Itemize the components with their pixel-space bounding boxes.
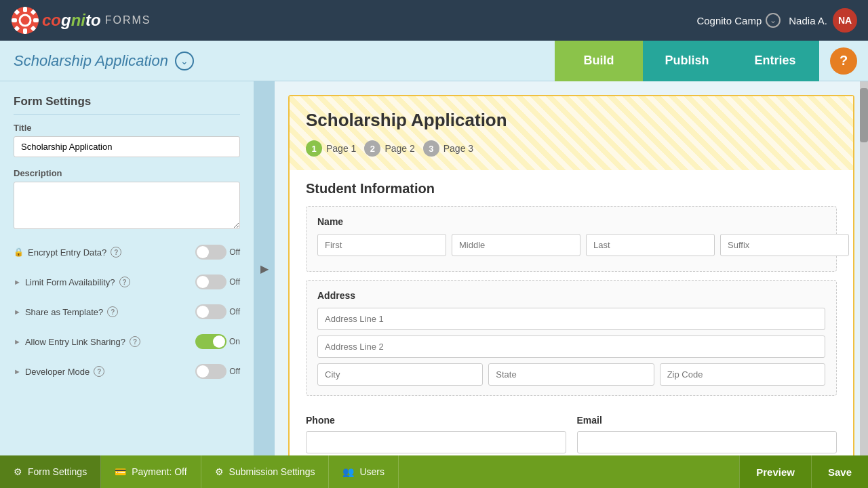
developer-expand-icon[interactable]: ► xyxy=(14,367,21,375)
logo-forms-text: FORMS xyxy=(105,14,151,26)
name-first-input[interactable] xyxy=(317,234,446,256)
avatar: NA xyxy=(833,8,857,33)
email-field: Email xyxy=(577,415,837,453)
help-button[interactable]: ? xyxy=(830,47,857,75)
address-line1-input[interactable] xyxy=(317,308,825,330)
top-navigation: cognito FORMS Cognito Camp ⌄ Nadia A. NA xyxy=(0,0,868,41)
phone-field: Phone xyxy=(306,415,566,453)
page-3-item[interactable]: 3 Page 3 xyxy=(423,140,473,157)
entry-link-track[interactable] xyxy=(195,334,226,349)
sidebar: Form Settings Title Description 🔒 Encryp… xyxy=(0,81,254,455)
share-help-icon[interactable]: ? xyxy=(107,306,118,317)
limit-label-text: Limit Form Availability? xyxy=(25,277,115,287)
page-2-label: Page 2 xyxy=(384,143,414,154)
bottom-tab-submission[interactable]: ⚙ Submission Settings xyxy=(201,455,330,488)
payment-icon: 💳 xyxy=(115,466,126,477)
entry-link-label-text: Allow Entry Link Sharing? xyxy=(25,337,125,347)
bottom-tab-form-settings[interactable]: ⚙ Form Settings xyxy=(0,455,101,488)
developer-toggle[interactable]: Off xyxy=(195,364,240,379)
tab-publish[interactable]: Publish xyxy=(643,41,731,81)
address-field-label: Address xyxy=(317,290,825,301)
tab-build[interactable]: Build xyxy=(555,41,643,81)
header-tabs: Build Publish Entries xyxy=(555,41,819,81)
entry-link-expand-icon[interactable]: ► xyxy=(14,338,21,346)
developer-toggle-label: Off xyxy=(229,367,240,376)
encrypt-toggle-row: 🔒 Encrypt Entry Data? ? Off xyxy=(14,242,240,262)
phone-email-section: Phone Email xyxy=(290,415,853,455)
page-2-item[interactable]: 2 Page 2 xyxy=(364,140,414,157)
developer-track[interactable] xyxy=(195,364,226,379)
org-selector[interactable]: Cognito Camp ⌄ xyxy=(696,13,781,28)
developer-help-icon[interactable]: ? xyxy=(94,366,104,377)
form-title-dropdown-icon[interactable]: ⌄ xyxy=(175,52,194,70)
limit-help-icon[interactable]: ? xyxy=(119,277,130,287)
user-menu[interactable]: Nadia A. NA xyxy=(789,8,857,33)
encrypt-toggle-label: Off xyxy=(229,247,240,257)
logo-icon xyxy=(11,6,39,35)
address-state-input[interactable] xyxy=(488,363,654,386)
phone-input[interactable] xyxy=(306,431,566,453)
share-label: ► Share as Template? ? xyxy=(14,306,118,317)
scrollbar-thumb[interactable] xyxy=(860,88,868,142)
share-toggle[interactable]: Off xyxy=(195,304,240,319)
page-3-label: Page 3 xyxy=(443,143,473,154)
org-chevron-icon[interactable]: ⌄ xyxy=(766,13,781,28)
page-3-num: 3 xyxy=(423,140,439,157)
address-line2-input[interactable] xyxy=(317,336,825,358)
address-zip-input[interactable] xyxy=(660,363,825,386)
email-input[interactable] xyxy=(577,431,837,453)
share-expand-icon[interactable]: ► xyxy=(14,308,21,316)
limit-expand-icon[interactable]: ► xyxy=(14,278,21,286)
name-last-input[interactable] xyxy=(586,234,715,256)
sidebar-collapse-arrow[interactable]: ▶ xyxy=(254,81,275,455)
share-knob xyxy=(197,306,209,318)
form-card: Scholarship Application 1 Page 1 2 Page … xyxy=(288,95,854,455)
submission-icon: ⚙ xyxy=(215,466,224,477)
name-suffix-input[interactable] xyxy=(720,234,849,256)
bottom-tab-users[interactable]: 👥 Users xyxy=(329,455,399,488)
address-city-input[interactable] xyxy=(317,363,483,386)
preview-button[interactable]: Preview xyxy=(739,455,811,488)
entry-link-toggle[interactable]: On xyxy=(195,334,240,349)
limit-track[interactable] xyxy=(195,274,226,289)
page-1-label: Page 1 xyxy=(326,143,356,154)
page-1-item[interactable]: 1 Page 1 xyxy=(306,140,356,157)
encrypt-track[interactable] xyxy=(195,245,226,260)
lock-icon: 🔒 xyxy=(14,247,24,257)
share-toggle-row: ► Share as Template? ? Off xyxy=(14,302,240,322)
save-button[interactable]: Save xyxy=(811,455,868,488)
svg-rect-4 xyxy=(12,18,17,22)
users-icon: 👥 xyxy=(342,466,354,477)
limit-toggle[interactable]: Off xyxy=(195,274,240,289)
entry-link-help-icon[interactable]: ? xyxy=(130,336,140,347)
arrow-right-icon: ▶ xyxy=(260,262,269,275)
scrollbar-track[interactable] xyxy=(860,81,868,455)
form-title: Scholarship Application xyxy=(14,52,168,70)
svg-rect-3 xyxy=(23,28,27,34)
encrypt-label: 🔒 Encrypt Entry Data? ? xyxy=(14,247,121,258)
save-label: Save xyxy=(828,466,852,478)
share-toggle-label: Off xyxy=(229,307,240,317)
tab-entries[interactable]: Entries xyxy=(731,41,819,81)
share-track[interactable] xyxy=(195,304,226,319)
developer-label: ► Developer Mode ? xyxy=(14,366,104,377)
logo: cognito FORMS xyxy=(11,6,151,35)
name-middle-input[interactable] xyxy=(452,234,580,256)
form-settings-label: Form Settings xyxy=(28,466,87,477)
section-title: Student Information xyxy=(306,181,837,197)
logo-brand-name: cognito xyxy=(42,11,101,30)
encrypt-toggle[interactable]: Off xyxy=(195,245,240,260)
title-input[interactable] xyxy=(14,136,240,157)
encrypt-help-icon[interactable]: ? xyxy=(111,247,121,258)
form-card-header: Scholarship Application 1 Page 1 2 Page … xyxy=(290,96,853,170)
encrypt-label-text: Encrypt Entry Data? xyxy=(28,247,106,258)
developer-knob xyxy=(197,365,209,378)
bottom-tab-payment[interactable]: 💳 Payment: Off xyxy=(101,455,201,488)
name-field-block: Name xyxy=(306,206,837,272)
main-layout: Form Settings Title Description 🔒 Encryp… xyxy=(0,81,868,455)
entry-link-toggle-row: ► Allow Entry Link Sharing? ? On xyxy=(14,331,240,352)
name-field-label: Name xyxy=(317,216,825,227)
limit-knob xyxy=(197,276,209,288)
limit-toggle-label: Off xyxy=(229,277,240,287)
description-textarea[interactable] xyxy=(14,182,240,229)
